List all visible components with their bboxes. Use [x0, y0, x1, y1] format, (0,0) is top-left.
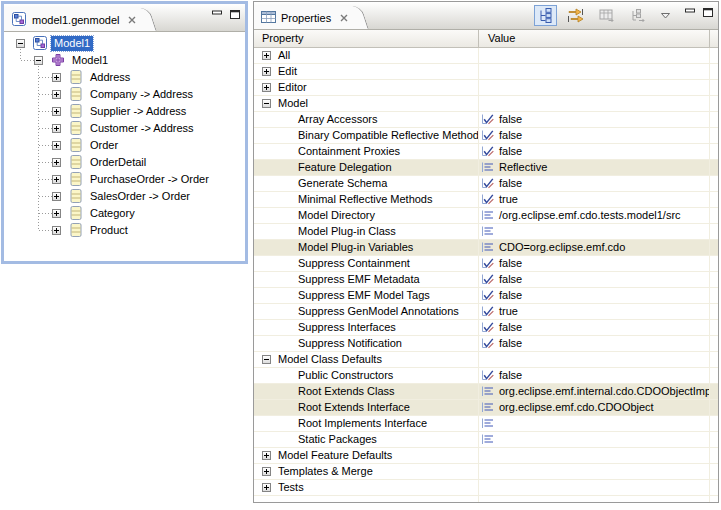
expand-toggle[interactable]	[262, 451, 271, 460]
property-name-cell[interactable]: Root Extends Interface	[254, 400, 479, 415]
view-menu-chevron-icon[interactable]	[657, 10, 674, 22]
expand-toggle[interactable]	[52, 141, 61, 150]
property-value-cell[interactable]: Reflective	[479, 160, 710, 175]
property-row-containment-proxies[interactable]: Containment Proxiesfalse	[254, 144, 718, 160]
property-value-cell[interactable]: false	[479, 368, 710, 383]
expand-toggle[interactable]	[262, 67, 271, 76]
property-row-edit[interactable]: Edit	[254, 64, 718, 80]
expand-toggle[interactable]	[34, 56, 43, 65]
property-value-cell[interactable]: /org.eclipse.emf.cdo.tests.model1/src	[479, 208, 710, 223]
property-row-model-feature-defaults[interactable]: Model Feature Defaults	[254, 448, 718, 464]
expand-toggle[interactable]	[52, 124, 61, 133]
expand-toggle[interactable]	[52, 192, 61, 201]
expand-toggle[interactable]	[52, 158, 61, 167]
property-name-cell[interactable]: Array Accessors	[254, 112, 479, 127]
property-row-generate-schema[interactable]: Generate Schemafalse	[254, 176, 718, 192]
property-name-cell[interactable]: Suppress Notification	[254, 336, 479, 351]
editor-tab-model1-genmodel[interactable]: model1.genmodel	[4, 8, 142, 31]
expand-toggle[interactable]	[16, 39, 25, 48]
property-row-editor[interactable]: Editor	[254, 80, 718, 96]
property-name-cell[interactable]: Minimal Reflective Methods	[254, 192, 479, 207]
property-name-cell[interactable]: Root Extends Class	[254, 384, 479, 399]
property-value-cell[interactable]: false	[479, 272, 710, 287]
property-row-all[interactable]: All	[254, 48, 718, 64]
property-value-cell[interactable]: false	[479, 176, 710, 191]
property-name-cell[interactable]: Binary Compatible Reflective Methods	[254, 128, 479, 143]
property-value-cell[interactable]	[479, 96, 710, 111]
property-value-cell[interactable]: CDO=org.eclipse.emf.cdo	[479, 240, 710, 255]
property-value-cell[interactable]	[479, 448, 710, 463]
show-categories-tree-icon[interactable]	[534, 5, 557, 26]
property-row-suppress-emf-metadata[interactable]: Suppress EMF Metadatafalse	[254, 272, 718, 288]
tree-item-supplier-address[interactable]: Supplier -> Address	[4, 103, 245, 120]
property-value-cell[interactable]: false	[479, 336, 710, 351]
property-name-cell[interactable]: Edit	[254, 64, 479, 79]
expand-toggle[interactable]	[262, 355, 271, 364]
property-row-binary-compatible-reflective-methods[interactable]: Binary Compatible Reflective Methodsfals…	[254, 128, 718, 144]
expand-toggle[interactable]	[52, 90, 61, 99]
property-row-templates-merge[interactable]: Templates & Merge	[254, 464, 718, 480]
tree-item-order[interactable]: Order	[4, 137, 245, 154]
property-row-suppress-interfaces[interactable]: Suppress Interfacesfalse	[254, 320, 718, 336]
property-row-array-accessors[interactable]: Array Accessorsfalse	[254, 112, 718, 128]
property-row-model-plug-in-variables[interactable]: Model Plug-in VariablesCDO=org.eclipse.e…	[254, 240, 718, 256]
property-name-cell[interactable]: Suppress Containment	[254, 256, 479, 271]
property-value-cell[interactable]: false	[479, 112, 710, 127]
property-name-cell[interactable]: Feature Delegation	[254, 160, 479, 175]
tree-item-customer-address[interactable]: Customer -> Address	[4, 120, 245, 137]
property-value-cell[interactable]	[479, 432, 710, 447]
show-advanced-arrows-icon[interactable]	[563, 5, 589, 26]
tree-item-address[interactable]: Address	[4, 69, 245, 86]
expand-toggle[interactable]	[52, 175, 61, 184]
expand-toggle[interactable]	[52, 107, 61, 116]
expand-toggle[interactable]	[262, 51, 271, 60]
tree-item-category[interactable]: Category	[4, 205, 245, 222]
property-name-cell[interactable]: Generate Schema	[254, 176, 479, 191]
property-name-cell[interactable]: Public Constructors	[254, 368, 479, 383]
property-name-cell[interactable]: Tests	[254, 480, 479, 495]
close-icon[interactable]	[340, 14, 348, 22]
property-row-model-plug-in-class[interactable]: Model Plug-in Class	[254, 224, 718, 240]
property-value-cell[interactable]: false	[479, 144, 710, 159]
property-name-cell[interactable]: Root Implements Interface	[254, 416, 479, 431]
property-row-model-directory[interactable]: Model Directory/org.eclipse.emf.cdo.test…	[254, 208, 718, 224]
property-value-cell[interactable]	[479, 64, 710, 79]
property-value-cell[interactable]: true	[479, 304, 710, 319]
property-name-cell[interactable]: Static Packages	[254, 432, 479, 447]
close-icon[interactable]	[128, 16, 136, 24]
property-row-suppress-genmodel-annotations[interactable]: Suppress GenModel Annotationstrue	[254, 304, 718, 320]
property-row-static-packages[interactable]: Static Packages	[254, 432, 718, 448]
maximize-icon[interactable]	[230, 10, 240, 19]
property-name-cell[interactable]: Templates & Merge	[254, 464, 479, 479]
property-row-root-extends-class[interactable]: Root Extends Classorg.eclipse.emf.intern…	[254, 384, 718, 400]
property-name-cell[interactable]: Model Feature Defaults	[254, 448, 479, 463]
minimize-icon[interactable]	[212, 10, 222, 19]
property-name-cell[interactable]: Model Plug-in Class	[254, 224, 479, 239]
property-name-cell[interactable]: Model	[254, 96, 479, 111]
property-value-cell[interactable]	[479, 80, 710, 95]
property-name-cell[interactable]: All	[254, 48, 479, 63]
expand-toggle[interactable]	[52, 226, 61, 235]
expand-toggle[interactable]	[262, 467, 271, 476]
property-value-cell[interactable]: false	[479, 288, 710, 303]
property-row-minimal-reflective-methods[interactable]: Minimal Reflective Methodstrue	[254, 192, 718, 208]
tree-item-company-address[interactable]: Company -> Address	[4, 86, 245, 103]
property-row-suppress-containment[interactable]: Suppress Containmentfalse	[254, 256, 718, 272]
property-name-cell[interactable]: Suppress GenModel Annotations	[254, 304, 479, 319]
property-name-cell[interactable]: Model Class Defaults	[254, 352, 479, 367]
property-value-cell[interactable]	[479, 48, 710, 63]
tree-item-purchaseorder-order[interactable]: PurchaseOrder -> Order	[4, 171, 245, 188]
property-row-tests[interactable]: Tests	[254, 480, 718, 496]
tree-item-product[interactable]: Product	[4, 222, 245, 239]
restore-default-table-icon[interactable]	[595, 6, 620, 26]
expand-toggle[interactable]	[262, 83, 271, 92]
property-row-root-implements-interface[interactable]: Root Implements Interface	[254, 416, 718, 432]
property-name-cell[interactable]: Suppress EMF Metadata	[254, 272, 479, 287]
expand-toggle[interactable]	[52, 209, 61, 218]
property-name-cell[interactable]: Editor	[254, 80, 479, 95]
maximize-icon[interactable]	[703, 8, 713, 17]
property-row-feature-delegation[interactable]: Feature DelegationReflective	[254, 160, 718, 176]
property-row-suppress-emf-model-tags[interactable]: Suppress EMF Model Tagsfalse	[254, 288, 718, 304]
property-row-model[interactable]: Model	[254, 96, 718, 112]
tree-item-model1[interactable]: Model1	[4, 35, 245, 52]
